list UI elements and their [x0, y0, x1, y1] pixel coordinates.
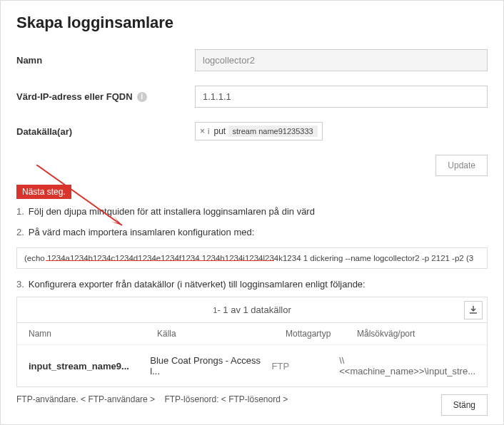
host-input[interactable] — [195, 86, 488, 108]
host-label: Värd-IP-adress eller FQDN i — [16, 91, 195, 102]
command-text: (echo 1234a1234b1234c1234d1234e1234f1234… — [24, 254, 473, 262]
name-input[interactable] — [195, 49, 488, 71]
step-3-text: Konfigurera exporter från datakällor (i … — [29, 279, 366, 290]
ftp-user-label: FTP-användare. — [16, 394, 81, 404]
page-title: Skapa logginsamlare — [16, 14, 488, 32]
ftp-user-value: < FTP-användare > — [81, 394, 155, 404]
datasources-label: Datakälla(ar) — [16, 126, 195, 137]
row-dest: \\<<machine_name>>\input_stre... — [339, 355, 475, 377]
ds-prefix: put — [213, 126, 226, 136]
update-button[interactable]: Update — [435, 155, 488, 176]
table-header-text: - 1 av 1 datakällor — [217, 304, 291, 315]
datasource-table: 1 - 1 av 1 datakällor Namn Källa Mottaga… — [16, 297, 488, 387]
download-icon — [469, 306, 478, 314]
col-type: Mottagartyp — [286, 329, 357, 339]
row-type: FTP — [272, 361, 340, 372]
step-number: 2. — [16, 227, 24, 237]
host-label-text: Värd-IP-adress eller FQDN — [16, 91, 133, 102]
underline-annotation — [46, 260, 274, 261]
next-step-badge: Nästa steg. — [16, 185, 71, 199]
step-1-text: Följ den djupa mintguiden för att instal… — [29, 206, 315, 217]
row-name: input_stream_name9... — [29, 361, 150, 372]
info-icon[interactable]: i — [137, 92, 147, 102]
step-2-text: På värd mach importera insamlaren konfig… — [29, 227, 254, 237]
close-button[interactable]: Stäng — [441, 394, 488, 416]
info-small-icon: i — [208, 127, 209, 135]
ftp-pass-label: FTP-lösenord: — [164, 394, 221, 404]
row-source: Blue Coat Prongs - Access l... — [150, 355, 271, 377]
col-dest: Målsökväg/port — [357, 329, 475, 339]
ftp-credentials: FTP-användare. < FTP-användare > FTP-lös… — [16, 394, 488, 404]
col-source: Källa — [157, 329, 286, 339]
step-number: 1. — [16, 206, 24, 217]
col-name: Namn — [29, 329, 157, 339]
ftp-pass-value: < FTP-lösenord > — [221, 394, 288, 404]
name-label: Namn — [16, 55, 195, 66]
download-button[interactable] — [464, 301, 483, 319]
table-header: 1 - 1 av 1 datakällor — [17, 297, 487, 323]
table-row[interactable]: input_stream_name9... Blue Coat Prongs -… — [17, 345, 487, 386]
close-icon[interactable]: × — [200, 126, 205, 136]
step-number: 3. — [16, 279, 24, 290]
datasource-tag: stream name91235333 — [228, 126, 318, 137]
command-box[interactable]: (echo 1234a1234b1234c1234d1234e1234f1234… — [16, 247, 488, 269]
datasource-box[interactable]: × i put stream name91235333 — [195, 122, 323, 140]
